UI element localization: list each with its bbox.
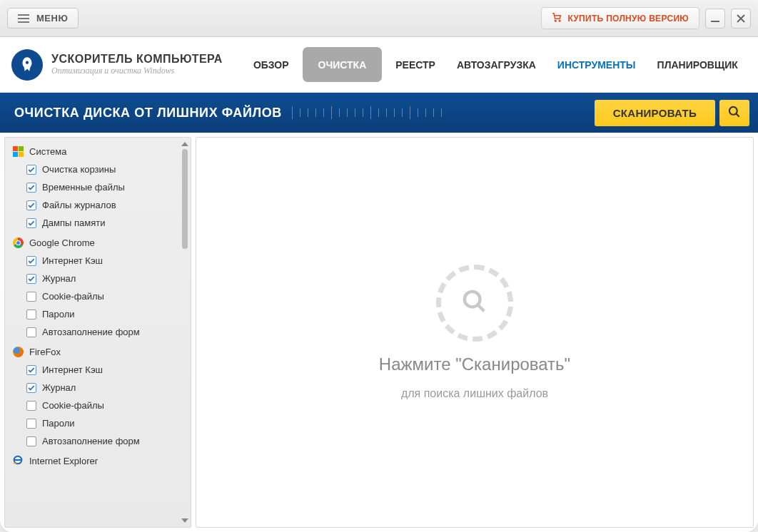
sidebar-scrollbar[interactable] — [181, 142, 189, 523]
sidebar-item-label: Журнал — [42, 382, 76, 393]
content-body: СистемаОчистка корзиныВременные файлыФай… — [0, 133, 758, 532]
sidebar-item-label: Файлы журналов — [42, 200, 116, 210]
sidebar-group-label: Система — [29, 146, 66, 157]
checkbox[interactable] — [26, 327, 36, 337]
buy-full-version-button[interactable]: КУПИТЬ ПОЛНУЮ ВЕРСИЮ — [541, 7, 699, 29]
sidebar-item[interactable]: Файлы журналов — [25, 196, 189, 214]
sidebar-item-label: Интернет Кэш — [42, 255, 103, 266]
ie-icon — [12, 455, 24, 466]
app-title: УСКОРИТЕЛЬ КОМПЬЮТЕРА — [51, 53, 223, 66]
scan-placeholder — [436, 265, 513, 342]
sidebar-item[interactable]: Автозаполнение форм — [25, 432, 189, 450]
sidebar-group-label: FireFox — [29, 347, 61, 357]
main-panel: Нажмите "Сканировать" для поиска лишних … — [196, 137, 754, 528]
rocket-icon — [11, 49, 43, 81]
sidebar-group-header[interactable]: Internet Explorer — [9, 451, 189, 470]
checkbox[interactable] — [26, 183, 36, 193]
menu-button[interactable]: МЕНЮ — [7, 8, 79, 29]
app-header: УСКОРИТЕЛЬ КОМПЬЮТЕРА Оптимизация и очис… — [0, 37, 758, 93]
section-title: ОЧИСТКА ДИСКА ОТ ЛИШНИХ ФАЙЛОВ — [14, 106, 282, 121]
minimize-button[interactable] — [705, 9, 725, 29]
nav-cleanup[interactable]: ОЧИСТКА — [303, 47, 383, 82]
sidebar-item[interactable]: Интернет Кэш — [25, 361, 189, 379]
sidebar-item[interactable]: Очистка корзины — [25, 160, 189, 178]
checkbox[interactable] — [26, 218, 36, 228]
sidebar-item[interactable]: Cookie-файлы — [25, 287, 189, 305]
firefox-icon — [12, 346, 24, 357]
sidebar-item[interactable]: Пароли — [25, 414, 189, 432]
sidebar-group-header[interactable]: Система — [9, 142, 189, 160]
nav-tools[interactable]: ИНСТРУМЕНТЫ — [547, 37, 647, 92]
sidebar-group-header[interactable]: Google Chrome — [9, 233, 189, 252]
checkbox[interactable] — [26, 436, 36, 446]
sidebar-item-label: Cookie-файлы — [42, 291, 104, 302]
nav-registry[interactable]: РЕЕСТР — [385, 37, 446, 92]
placeholder-line1: Нажмите "Сканировать" — [379, 354, 570, 374]
search-icon — [727, 105, 742, 121]
cart-icon — [552, 12, 562, 24]
checkbox[interactable] — [26, 200, 36, 210]
section-bar: ОЧИСТКА ДИСКА ОТ ЛИШНИХ ФАЙЛОВ СКАНИРОВА… — [0, 93, 758, 133]
sidebar-group-label: Google Chrome — [29, 237, 95, 248]
checkbox[interactable] — [26, 310, 36, 319]
nav-overview[interactable]: ОБЗОР — [243, 37, 300, 92]
checkbox[interactable] — [26, 401, 36, 411]
svg-point-0 — [555, 20, 557, 21]
hamburger-icon — [18, 14, 29, 23]
buy-label: КУПИТЬ ПОЛНУЮ ВЕРСИЮ — [567, 14, 689, 24]
sidebar-item-label: Пароли — [42, 309, 75, 319]
nav-scheduler[interactable]: ПЛАНИРОВЩИК — [647, 37, 749, 92]
sidebar-item[interactable]: Интернет Кэш — [25, 252, 189, 270]
checkbox[interactable] — [26, 419, 36, 429]
sidebar-item-label: Интернет Кэш — [42, 364, 103, 375]
checkbox[interactable] — [26, 292, 36, 302]
checkbox[interactable] — [26, 165, 36, 175]
ruler-ticks-icon — [292, 106, 585, 120]
sidebar: СистемаОчистка корзиныВременные файлыФай… — [4, 137, 191, 528]
sidebar-group: FireFoxИнтернет КэшЖурналCookie-файлыПар… — [9, 342, 189, 450]
titlebar: МЕНЮ КУПИТЬ ПОЛНУЮ ВЕРСИЮ — [0, 0, 758, 37]
checkbox[interactable] — [26, 274, 36, 284]
scan-icon-button[interactable] — [719, 100, 749, 126]
sidebar-item-label: Дампы памяти — [42, 218, 105, 228]
nav-startup[interactable]: АВТОЗАГРУЗКА — [446, 37, 547, 92]
scroll-up-icon[interactable] — [181, 142, 188, 146]
windows-icon — [12, 145, 24, 157]
placeholder-line2: для поиска лишних файлов — [401, 387, 548, 400]
checkbox[interactable] — [26, 365, 36, 375]
sidebar-group: Google ChromeИнтернет КэшЖурналCookie-фа… — [9, 233, 189, 341]
scroll-down-icon[interactable] — [181, 518, 188, 523]
sidebar-item-label: Cookie-файлы — [42, 400, 104, 411]
app-window: МЕНЮ КУПИТЬ ПОЛНУЮ ВЕРСИЮ УСКОРИТЕЛЬ КОМ… — [0, 0, 758, 532]
sidebar-group: Internet Explorer — [9, 451, 189, 470]
sidebar-item[interactable]: Дампы памяти — [25, 214, 189, 232]
sidebar-item-label: Пароли — [42, 418, 75, 429]
sidebar-item-label: Автозаполнение форм — [42, 327, 140, 337]
sidebar-item-label: Временные файлы — [42, 182, 125, 193]
sidebar-item-label: Автозаполнение форм — [42, 436, 140, 446]
sidebar-item[interactable]: Cookie-файлы — [25, 397, 189, 414]
sidebar-item[interactable]: Журнал — [25, 379, 189, 397]
svg-rect-2 — [711, 21, 719, 22]
sidebar-item[interactable]: Автозаполнение форм — [25, 323, 189, 341]
logo: УСКОРИТЕЛЬ КОМПЬЮТЕРА Оптимизация и очис… — [11, 49, 223, 81]
sidebar-group-header[interactable]: FireFox — [9, 342, 189, 361]
app-subtitle: Оптимизация и очистка Windows — [51, 66, 223, 76]
sidebar-item-label: Журнал — [42, 273, 76, 284]
svg-point-1 — [560, 20, 561, 21]
menu-label: МЕНЮ — [36, 13, 68, 24]
sidebar-item[interactable]: Временные файлы — [25, 178, 189, 196]
sidebar-group-label: Internet Explorer — [29, 456, 98, 466]
checkbox[interactable] — [26, 383, 36, 393]
sidebar-item-label: Очистка корзины — [42, 164, 116, 175]
scan-button[interactable]: СКАНИРОВАТЬ — [595, 100, 715, 126]
sidebar-item[interactable]: Пароли — [25, 305, 189, 323]
scroll-thumb[interactable] — [182, 149, 188, 249]
sidebar-item[interactable]: Журнал — [25, 270, 189, 287]
sidebar-group: СистемаОчистка корзиныВременные файлыФай… — [9, 142, 189, 232]
main-nav: ОБЗОР ОЧИСТКА РЕЕСТР АВТОЗАГРУЗКА ИНСТРУ… — [243, 37, 749, 92]
close-button[interactable] — [731, 9, 751, 29]
checkbox[interactable] — [26, 256, 36, 266]
chrome-icon — [12, 237, 24, 248]
svg-point-3 — [729, 106, 737, 114]
